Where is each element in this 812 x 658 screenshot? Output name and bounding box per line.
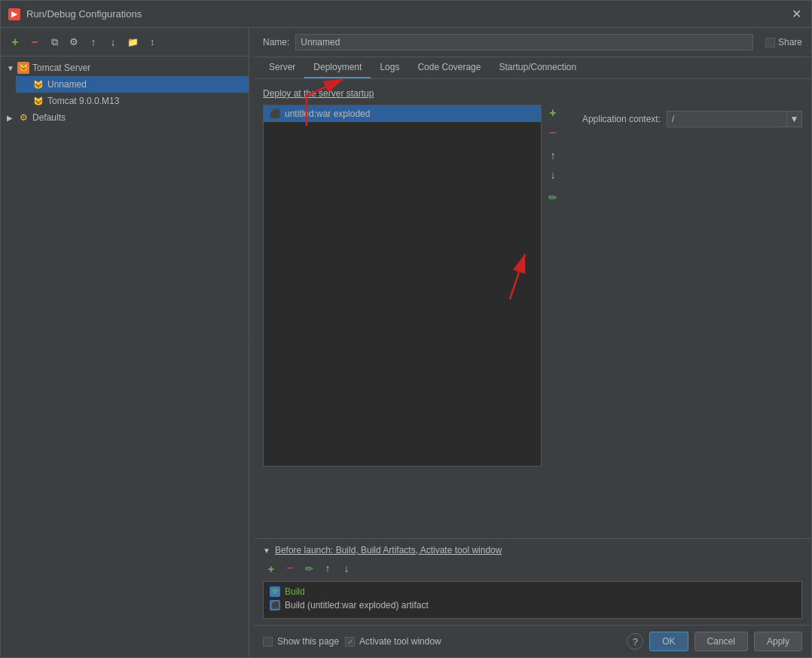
- before-launch-area: ▼ Before launch: Build, Build Artifacts,…: [254, 538, 811, 625]
- name-label: Name:: [263, 37, 289, 47]
- build-item-icon: ⚒: [270, 586, 280, 597]
- tree-item-unnamed-label: Unnamed: [47, 79, 87, 90]
- war-artifact-icon: ⬛: [270, 109, 280, 119]
- context-label: Application context:: [582, 114, 661, 124]
- before-launch-build-item[interactable]: ⚒ Build: [267, 585, 798, 598]
- tab-logs[interactable]: Logs: [371, 57, 408, 78]
- before-artifact-label: Build (untitled:war exploded) artifact: [285, 600, 429, 611]
- tomcat-version-icon: 🐱: [32, 95, 44, 107]
- tree-group-tomcat[interactable]: ▼ 🐱 Tomcat Server: [1, 60, 249, 76]
- context-value-input[interactable]: [667, 111, 787, 127]
- dialog-footer: Show this page ✓ Activate tool window ? …: [254, 625, 811, 657]
- edit-artifact-button[interactable]: ✏: [545, 189, 561, 206]
- move-before-launch-down-button[interactable]: ↓: [338, 560, 355, 577]
- activate-tool-window-checkbox[interactable]: ✓: [345, 637, 355, 647]
- left-panel: + − ⧉ ⚙ ↑ ↓ 📁 ↕ ▼ 🐱 Tomcat Server: [1, 28, 249, 657]
- move-up-button[interactable]: ↑: [85, 34, 102, 50]
- context-input-wrapper: ▼: [667, 111, 802, 127]
- add-config-button[interactable]: +: [7, 34, 23, 50]
- show-page-checkbox[interactable]: [263, 637, 273, 647]
- left-toolbar: + − ⧉ ⚙ ↑ ↓ 📁 ↕: [1, 28, 249, 57]
- right-panel: Name: Share Server Deployment Logs Code …: [254, 28, 811, 657]
- tab-server[interactable]: Server: [260, 57, 304, 78]
- title-bar: ▶ Run/Debug Configurations ✕: [1, 1, 811, 28]
- tree-item-defaults-label: Defaults: [32, 112, 66, 123]
- activate-row: ✓ Activate tool window: [345, 636, 441, 647]
- tree-leaf-indent2: [22, 97, 31, 106]
- app-icon: ▶: [8, 8, 20, 20]
- deploy-list-item-war[interactable]: ⬛ untitled:war exploded: [264, 106, 541, 122]
- move-artifact-down-button[interactable]: ↓: [545, 167, 561, 183]
- tree-children: 🐱 Unnamed 🐱 Tomcat 9.0.0.M13: [1, 76, 249, 109]
- help-button[interactable]: ?: [627, 633, 643, 650]
- sort-button[interactable]: ↕: [144, 34, 160, 50]
- close-button[interactable]: ✕: [789, 7, 804, 22]
- show-page-row: Show this page: [263, 636, 339, 647]
- deploy-section-label: Deploy at the server startup: [263, 88, 802, 99]
- move-settings-button[interactable]: ⚙: [66, 34, 82, 50]
- before-launch-label[interactable]: Before launch: Build, Build Artifacts, A…: [275, 545, 502, 555]
- cancel-button[interactable]: Cancel: [694, 632, 748, 651]
- right-panel-wrapper: Name: Share Server Deployment Logs Code …: [254, 28, 811, 657]
- config-tree: ▼ 🐱 Tomcat Server 🐱 Unnamed 🐱 Tomcat 9.0…: [1, 57, 249, 657]
- name-row: Name: Share: [254, 28, 811, 57]
- apply-button[interactable]: Apply: [754, 632, 802, 651]
- before-launch-toolbar: + − ✏ ↑ ↓: [263, 560, 802, 577]
- artifact-name: untitled:war exploded: [285, 109, 370, 119]
- add-artifact-button[interactable]: +: [545, 105, 561, 121]
- move-before-launch-up-button[interactable]: ↑: [319, 560, 336, 577]
- before-launch-collapse-arrow[interactable]: ▼: [263, 546, 270, 555]
- before-launch-header: ▼ Before launch: Build, Build Artifacts,…: [263, 545, 802, 555]
- name-input[interactable]: [295, 34, 753, 50]
- tab-deployment[interactable]: Deployment: [304, 57, 371, 78]
- share-row: Share: [765, 37, 802, 47]
- tomcat-group-icon: 🐱: [17, 62, 29, 74]
- share-checkbox[interactable]: [765, 38, 775, 47]
- before-launch-artifact-item[interactable]: ⬛ Build (untitled:war exploded) artifact: [267, 598, 798, 612]
- show-page-label: Show this page: [277, 636, 339, 647]
- copy-config-button[interactable]: ⧉: [46, 34, 63, 50]
- tree-item-tomcat-version-label: Tomcat 9.0.0.M13: [47, 96, 119, 106]
- deploy-action-buttons: + − ↑ ↓ ✏: [545, 105, 561, 529]
- run-debug-configurations-dialog: ▶ Run/Debug Configurations ✕ + − ⧉ ⚙ ↑ ↓…: [0, 0, 812, 658]
- folder-button[interactable]: 📁: [124, 34, 141, 50]
- tree-group-label: Tomcat Server: [32, 63, 90, 73]
- defaults-icon: ⚙: [17, 112, 29, 124]
- tab-startup-connection[interactable]: Startup/Connection: [490, 57, 585, 78]
- deploy-main-area: ⬛ untitled:war exploded + − ↑ ↓ ✏: [263, 105, 802, 529]
- remove-before-launch-button[interactable]: −: [282, 560, 298, 577]
- context-dropdown-button[interactable]: ▼: [787, 111, 802, 127]
- deployment-tab-content: Deploy at the server startup ⬛ untitled:…: [254, 79, 811, 538]
- edit-before-launch-button[interactable]: ✏: [301, 560, 317, 577]
- config-icon: 🐱: [32, 78, 44, 90]
- tree-expand-arrow: ▼: [7, 64, 16, 72]
- deploy-artifact-list: ⬛ untitled:war exploded: [263, 105, 542, 467]
- tree-leaf-indent: [22, 81, 31, 89]
- share-label: Share: [778, 37, 802, 47]
- context-row: Application context: ▼: [582, 111, 802, 127]
- build-artifact-icon: ⬛: [270, 600, 280, 611]
- dialog-title: Run/Debug Configurations: [26, 8, 789, 20]
- before-build-label: Build: [285, 586, 305, 597]
- app-context-area: Application context: ▼: [567, 105, 802, 529]
- deploy-list-area: ⬛ untitled:war exploded + − ↑ ↓ ✏: [263, 105, 561, 529]
- move-down-button[interactable]: ↓: [105, 34, 121, 50]
- main-content: + − ⧉ ⚙ ↑ ↓ 📁 ↕ ▼ 🐱 Tomcat Server: [1, 28, 811, 657]
- ok-button[interactable]: OK: [649, 632, 688, 651]
- tree-item-tomcat-version[interactable]: 🐱 Tomcat 9.0.0.M13: [16, 93, 249, 109]
- add-before-launch-button[interactable]: +: [263, 560, 279, 577]
- remove-artifact-button[interactable]: −: [545, 124, 561, 141]
- move-artifact-up-button[interactable]: ↑: [545, 147, 561, 164]
- tree-item-defaults[interactable]: ▶ ⚙ Defaults: [1, 109, 249, 126]
- tabs-bar: Server Deployment Logs Code Coverage Sta…: [254, 57, 811, 79]
- tree-item-unnamed[interactable]: 🐱 Unnamed: [16, 76, 249, 93]
- before-launch-list: ⚒ Build ⬛ Build (untitled:war exploded) …: [263, 581, 802, 619]
- activate-tool-window-label: Activate tool window: [359, 636, 441, 647]
- remove-config-button[interactable]: −: [26, 34, 43, 50]
- defaults-expand-arrow: ▶: [7, 114, 16, 122]
- tab-code-coverage[interactable]: Code Coverage: [408, 57, 490, 78]
